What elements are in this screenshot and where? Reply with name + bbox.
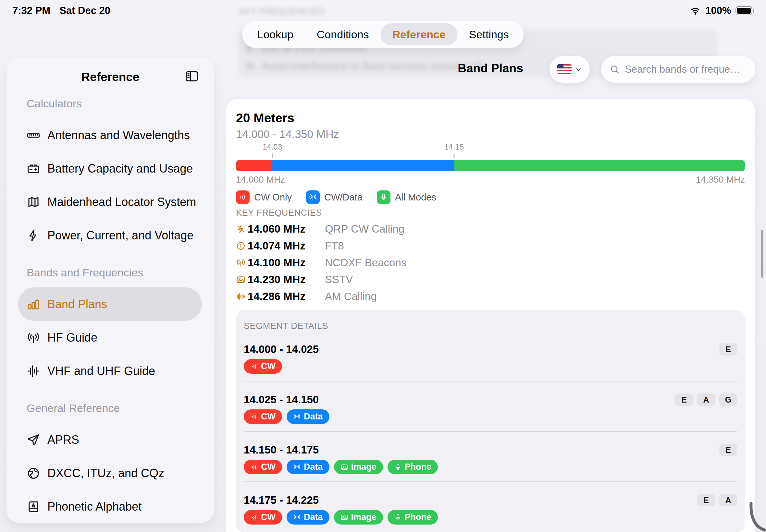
sidebar-item-hf-guide[interactable]: HF Guide — [18, 321, 202, 354]
bolt-icon — [27, 229, 40, 242]
tick-label: 14.03 — [262, 142, 282, 151]
key-frequency-value: 14.074 MHz — [248, 240, 325, 252]
sidebar-item-band-plans[interactable]: Band Plans — [18, 287, 202, 321]
tab-conditions[interactable]: Conditions — [305, 23, 381, 45]
sidebar-item-phonetic-alphabet[interactable]: Phonetic Alphabet — [18, 490, 202, 523]
antenna-icon — [306, 190, 320, 204]
photo-icon — [236, 275, 246, 284]
segment-range: 14.150 - 14.175 — [244, 443, 319, 456]
segment-row-header: 14.175 - 14.225EA — [244, 494, 737, 507]
sidebar-item-battery-capacity-and-usage[interactable]: Battery Capacity and Usage — [18, 152, 202, 185]
cw-icon — [236, 190, 249, 204]
mode-pill-label: CW — [261, 361, 275, 371]
search-placeholder: Search bands or freque… — [625, 64, 740, 75]
mic-icon — [377, 190, 391, 204]
ruler-icon — [27, 128, 40, 142]
key-frequency-value: 14.286 MHz — [248, 290, 325, 303]
battery-icon — [736, 6, 755, 15]
photo-icon — [340, 514, 348, 521]
segment-row[interactable]: 14.000 - 14.025ECW — [244, 340, 737, 381]
mode-pill-label: Phone — [405, 462, 432, 472]
status-bar: 7:32 PM Sat Dec 20 100% — [0, 0, 766, 18]
legend: CW OnlyCW/DataAll Modes — [236, 190, 745, 204]
mode-pill-label: CW — [261, 512, 275, 522]
band-plan-card: 20 Meters 14.000 - 14.350 MHz 14.000 MHz… — [225, 99, 755, 532]
sidebar-toggle-icon[interactable] — [184, 69, 199, 84]
mode-pill-label: Phone — [405, 512, 432, 522]
sidebar-item-label: APRS — [47, 433, 79, 447]
sidebar-item-power-current-and-voltage[interactable]: Power, Current, and Voltage — [18, 219, 202, 252]
key-frequency-value: 14.230 MHz — [248, 273, 325, 286]
cw-icon — [250, 363, 258, 370]
sidebar-title: Reference — [81, 70, 140, 84]
mode-pills: CWData — [244, 409, 737, 424]
mode-pill-phone: Phone — [388, 510, 438, 525]
mode-pills: CWDataImagePhone — [244, 510, 737, 525]
key-frequency-row: 14.074 MHzFT8 — [236, 237, 745, 254]
sidebar-item-aprs[interactable]: APRS — [18, 423, 202, 456]
legend-item: All Modes — [377, 190, 436, 204]
photo-icon — [340, 463, 348, 471]
sidebar-nav: CalculatorsAntennas and WavelengthsBatte… — [6, 97, 214, 523]
segment-range: 14.000 - 14.025 — [244, 343, 319, 356]
region-selector[interactable] — [550, 56, 590, 83]
key-frequency-desc: AM Calling — [325, 290, 377, 303]
cw-icon — [250, 463, 258, 471]
segment-row[interactable]: 14.175 - 14.225EACWDataImagePhone — [244, 482, 737, 532]
sidebar-item-maidenhead-locator-system[interactable]: Maidenhead Locator System — [18, 185, 202, 219]
cw-icon — [238, 193, 247, 201]
sidebar-item-label: Power, Current, and Voltage — [47, 229, 193, 242]
band-segment-cw-data — [272, 160, 454, 171]
search-input[interactable]: Search bands or freque… — [601, 56, 755, 83]
segment-row-header: 14.025 - 14.150EAG — [244, 393, 737, 406]
key-frequency-row: 14.230 MHzSSTV — [236, 271, 745, 288]
tab-settings[interactable]: Settings — [457, 23, 521, 45]
license-badge: G — [719, 393, 737, 406]
mode-pill-phone: Phone — [388, 460, 438, 474]
segment-row[interactable]: 14.025 - 14.150EAGCWData — [244, 381, 737, 432]
mic-icon — [394, 514, 402, 521]
us-flag-icon — [557, 64, 572, 74]
mode-pill-label: Data — [304, 412, 323, 422]
info-icon — [236, 241, 246, 251]
mode-pill-label: CW — [261, 462, 275, 472]
tick-mark — [454, 153, 455, 158]
sidebar-item-label: Antennas and Wavelengths — [47, 128, 190, 142]
license-badges: E — [719, 343, 737, 356]
key-frequency-desc: FT8 — [325, 240, 344, 252]
mode-pill-label: CW — [261, 412, 275, 422]
key-frequency-row: 14.286 MHzAM Calling — [236, 288, 745, 305]
sidebar-section-header: General Reference — [27, 402, 202, 415]
globe-icon — [27, 466, 40, 480]
segment-row[interactable]: 14.150 - 14.175ECWDataImagePhone — [244, 432, 737, 482]
cw-icon — [250, 413, 258, 421]
key-frequencies-header: KEY FREQUENCIES — [236, 208, 745, 218]
antenna-icon — [27, 331, 40, 345]
tick-mark — [272, 153, 273, 158]
map-icon — [27, 195, 40, 209]
mode-pill-image: Image — [334, 460, 383, 474]
sidebar-item-label: Maidenhead Locator System — [47, 195, 196, 209]
sidebar-item-dxcc-ituz-and-cqz[interactable]: DXCC, ITUz, and CQz — [18, 456, 202, 490]
clock: 7:32 PM — [12, 5, 50, 17]
mic-icon — [394, 463, 402, 471]
sidebar-item-antennas-and-wavelengths[interactable]: Antennas and Wavelengths — [18, 118, 202, 152]
bar-chart-icon — [27, 297, 40, 311]
search-icon — [610, 64, 620, 75]
mode-pill-cw: CW — [244, 409, 282, 424]
sidebar-item-vhf-and-uhf-guide[interactable]: VHF and UHF Guide — [18, 354, 202, 388]
mode-pill-label: Image — [351, 512, 376, 522]
key-frequency-row: 14.100 MHzNCDXF Beacons — [236, 254, 745, 271]
tab-lookup[interactable]: Lookup — [245, 23, 305, 45]
mode-pill-image: Image — [334, 510, 383, 525]
sidebar-header: Reference — [6, 67, 214, 87]
band-segment-all-modes — [454, 160, 745, 171]
axis-label-right: 14.350 MHz — [696, 175, 745, 185]
cw-icon — [250, 514, 258, 521]
legend-item: CW Only — [236, 190, 292, 204]
key-frequency-desc: QRP CW Calling — [325, 223, 405, 235]
axis-label-left: 14.000 MHz — [236, 175, 285, 185]
mode-pills: CW — [244, 359, 737, 374]
tab-reference[interactable]: Reference — [380, 23, 457, 45]
scrollbar-thumb[interactable] — [761, 230, 763, 278]
